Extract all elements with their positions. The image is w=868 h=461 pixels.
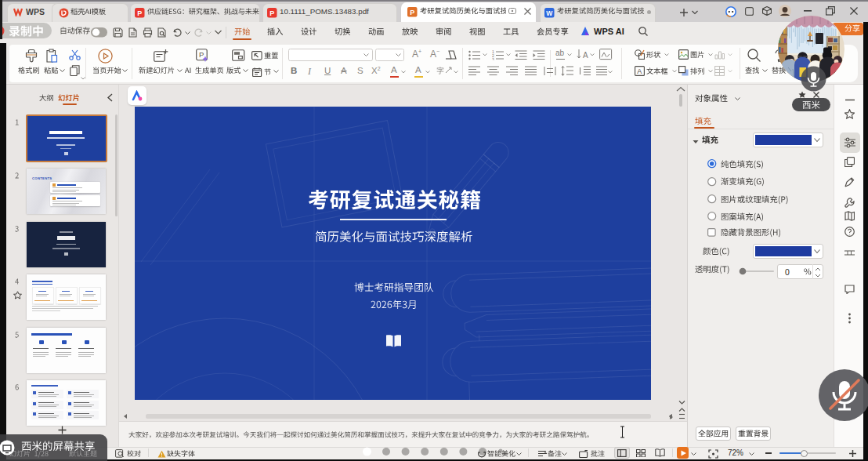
svg-text:P: P [410, 9, 414, 16]
svg-text:P: P [137, 9, 142, 16]
svg-text:W: W [546, 9, 553, 16]
svg-text:A: A [637, 67, 642, 75]
svg-text:3: 3 [492, 57, 494, 61]
svg-text:P: P [199, 50, 204, 59]
svg-text:P: P [269, 9, 274, 16]
svg-text:A: A [583, 51, 588, 60]
